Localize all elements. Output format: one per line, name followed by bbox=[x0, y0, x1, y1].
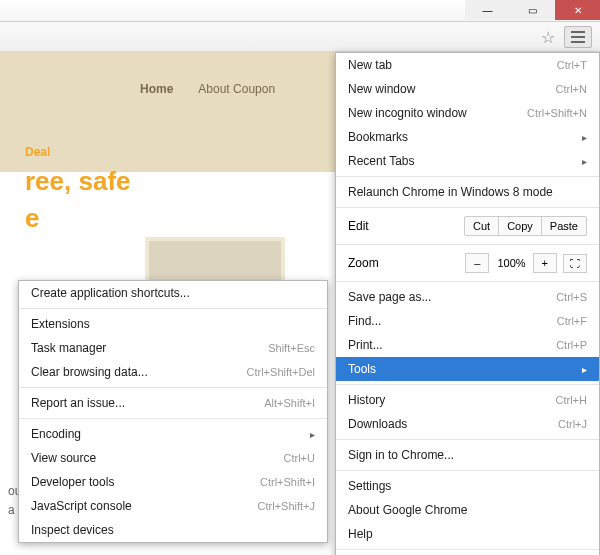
zoom-out-button[interactable]: – bbox=[465, 253, 489, 273]
menu-find[interactable]: Find...Ctrl+F bbox=[336, 309, 599, 333]
menu-print[interactable]: Print...Ctrl+P bbox=[336, 333, 599, 357]
menu-history[interactable]: HistoryCtrl+H bbox=[336, 388, 599, 412]
submenu-extensions[interactable]: Extensions bbox=[19, 312, 327, 336]
separator bbox=[336, 384, 599, 385]
fullscreen-button[interactable]: ⛶ bbox=[563, 254, 587, 273]
submenu-task-manager[interactable]: Task managerShift+Esc bbox=[19, 336, 327, 360]
chrome-menu-button[interactable] bbox=[564, 26, 592, 48]
separator bbox=[336, 470, 599, 471]
submenu-report-issue[interactable]: Report an issue...Alt+Shift+I bbox=[19, 391, 327, 415]
chrome-main-menu: New tabCtrl+T New windowCtrl+N New incog… bbox=[335, 52, 600, 555]
zoom-in-button[interactable]: + bbox=[533, 253, 557, 273]
zoom-value: 100% bbox=[489, 254, 533, 272]
menu-settings[interactable]: Settings bbox=[336, 474, 599, 498]
menu-downloads[interactable]: DownloadsCtrl+J bbox=[336, 412, 599, 436]
menu-bookmarks[interactable]: Bookmarks▸ bbox=[336, 125, 599, 149]
menu-recent-tabs[interactable]: Recent Tabs▸ bbox=[336, 149, 599, 173]
close-button[interactable]: ✕ bbox=[555, 0, 600, 20]
chevron-right-icon: ▸ bbox=[582, 156, 587, 167]
paste-button[interactable]: Paste bbox=[541, 216, 587, 236]
submenu-create-shortcuts[interactable]: Create application shortcuts... bbox=[19, 281, 327, 305]
browser-toolbar: ☆ bbox=[0, 22, 600, 52]
submenu-js-console[interactable]: JavaScript consoleCtrl+Shift+J bbox=[19, 494, 327, 518]
maximize-button[interactable]: ▭ bbox=[510, 0, 555, 20]
separator bbox=[336, 281, 599, 282]
cut-button[interactable]: Cut bbox=[464, 216, 499, 236]
separator bbox=[336, 176, 599, 177]
chevron-right-icon: ▸ bbox=[582, 132, 587, 143]
menu-new-window[interactable]: New windowCtrl+N bbox=[336, 77, 599, 101]
window-titlebar: — ▭ ✕ bbox=[0, 0, 600, 22]
menu-zoom-row: Zoom – 100% + ⛶ bbox=[336, 248, 599, 278]
menu-signin[interactable]: Sign in to Chrome... bbox=[336, 443, 599, 467]
menu-new-tab[interactable]: New tabCtrl+T bbox=[336, 53, 599, 77]
menu-help[interactable]: Help bbox=[336, 522, 599, 546]
bookmark-star-icon[interactable]: ☆ bbox=[541, 28, 555, 47]
edit-label: Edit bbox=[348, 219, 369, 233]
nav-about[interactable]: About Coupon bbox=[198, 82, 275, 96]
separator bbox=[19, 387, 327, 388]
chevron-right-icon: ▸ bbox=[310, 429, 315, 440]
menu-save-page[interactable]: Save page as...Ctrl+S bbox=[336, 285, 599, 309]
separator bbox=[19, 418, 327, 419]
submenu-clear-data[interactable]: Clear browsing data...Ctrl+Shift+Del bbox=[19, 360, 327, 384]
separator bbox=[19, 308, 327, 309]
menu-tools[interactable]: Tools▸ bbox=[336, 357, 599, 381]
separator bbox=[336, 439, 599, 440]
tools-submenu: Create application shortcuts... Extensio… bbox=[18, 280, 328, 543]
submenu-encoding[interactable]: Encoding▸ bbox=[19, 422, 327, 446]
minimize-button[interactable]: — bbox=[465, 0, 510, 20]
submenu-inspect-devices[interactable]: Inspect devices bbox=[19, 518, 327, 542]
separator bbox=[336, 207, 599, 208]
copy-button[interactable]: Copy bbox=[498, 216, 542, 236]
menu-relaunch-win8[interactable]: Relaunch Chrome in Windows 8 mode bbox=[336, 180, 599, 204]
zoom-label: Zoom bbox=[348, 256, 379, 270]
nav-home[interactable]: Home bbox=[140, 82, 173, 96]
menu-incognito[interactable]: New incognito windowCtrl+Shift+N bbox=[336, 101, 599, 125]
menu-edit-row: Edit Cut Copy Paste bbox=[336, 211, 599, 241]
menu-about-chrome[interactable]: About Google Chrome bbox=[336, 498, 599, 522]
submenu-developer-tools[interactable]: Developer toolsCtrl+Shift+I bbox=[19, 470, 327, 494]
separator bbox=[336, 549, 599, 550]
chevron-right-icon: ▸ bbox=[582, 364, 587, 375]
submenu-view-source[interactable]: View sourceCtrl+U bbox=[19, 446, 327, 470]
separator bbox=[336, 244, 599, 245]
